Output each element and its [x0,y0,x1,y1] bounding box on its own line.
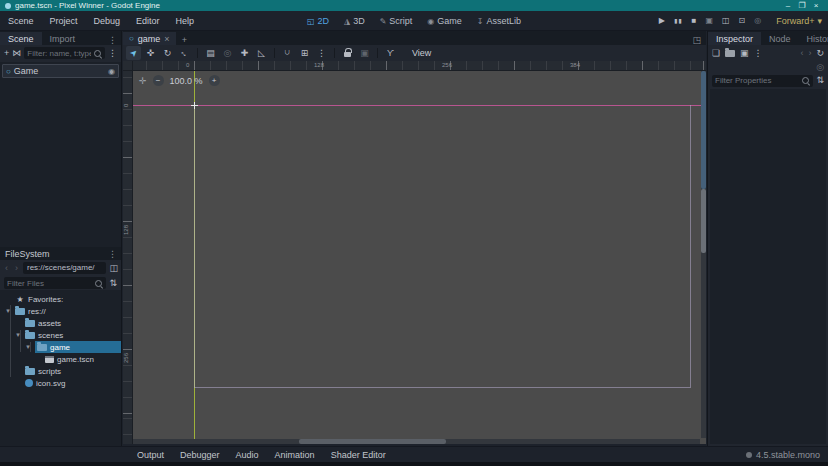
scrollbar-thumb[interactable] [701,189,706,253]
movie-maker-button[interactable]: ◎ [754,17,761,25]
tree-item-game-selected[interactable]: ▾ game [0,341,121,353]
play-scene-button[interactable]: ◫ [722,17,730,25]
bottom-tab-shader-editor[interactable]: Shader Editor [324,450,393,460]
nav-forward-icon[interactable]: › [13,263,20,273]
group-button[interactable]: ▣ [357,46,372,60]
zoom-in-button[interactable]: + [209,75,220,86]
bottom-tab-animation[interactable]: Animation [268,450,322,460]
nav-back-icon[interactable]: ‹ [3,263,10,273]
2d-viewport-canvas[interactable]: ✛ − 100.0 % + [133,71,706,444]
ruler-tool-button[interactable]: ◺ [254,46,269,60]
file-sort-icon[interactable]: ⇅ [109,279,117,288]
bottom-tab-output[interactable]: Output [130,450,171,460]
window-minimize-button[interactable]: – [781,1,795,10]
pin-icon[interactable]: ◎ [816,63,824,72]
rotate-tool-button[interactable]: ↻ [160,46,175,60]
workspace-2d-button[interactable]: ◱ 2D [307,16,329,26]
pause-button[interactable]: ▮▮ [674,18,683,24]
window-close-button[interactable]: × [809,1,823,10]
new-resource-icon[interactable]: ❏ [712,49,720,58]
ruler-label: 0 [123,104,129,107]
instance-scene-button[interactable]: ⋈ [12,49,21,58]
tree-item-game-tscn[interactable]: game.tscn [0,353,121,365]
stop-button[interactable]: ■ [692,17,697,25]
save-resource-icon[interactable]: ▣ [740,49,749,58]
tab-import[interactable]: Import [42,32,84,45]
tab-inspector[interactable]: Inspector [708,32,761,45]
workspace-game-button[interactable]: ◉ Game [427,16,462,26]
inspector-toolbar: ❏ ▣ ⋮ ‹ › ↻ [708,45,828,61]
object-history-icon[interactable]: ↻ [816,49,824,58]
scene-dock-menu-icon[interactable]: ⋮ [104,35,121,45]
visibility-eye-icon[interactable]: ◉ [108,67,115,76]
scene-tab-game[interactable]: ○ game × [123,32,176,45]
new-scene-tab-button[interactable]: + [176,35,193,45]
toggle-split-mode-icon[interactable]: ◫ [109,264,118,273]
property-sort-icon[interactable]: ⇅ [816,76,824,85]
tree-item-res-root[interactable]: ▾ res:// [0,305,121,317]
canvas-area: 0 128 256 384 0 128 256 ✛ − 100.0 % + [123,61,706,444]
move-tool-button[interactable]: ✜ [143,46,158,60]
remote-debug-button[interactable]: ▣ [705,17,713,25]
menu-debug[interactable]: Debug [86,16,129,26]
zoom-out-button[interactable]: − [153,75,164,86]
scene-tree-node-game[interactable]: ○ Game ◉ [2,64,119,78]
tree-item-favorites[interactable]: ★ Favorites: [0,293,121,305]
tree-item-icon-svg[interactable]: icon.svg [0,377,121,389]
play-button[interactable]: ▶ [659,17,665,25]
center-view-icon[interactable]: ✛ [139,76,147,86]
pan-tool-button[interactable]: ✚ [237,46,252,60]
scene-filter-input[interactable] [27,49,91,58]
tree-item-assets[interactable]: assets [0,317,121,329]
scene-filter-box [24,47,105,59]
vertical-scrollbar[interactable] [701,71,706,438]
grid-snap-button[interactable]: ⊞ [297,46,312,60]
history-back-icon[interactable]: ‹ [800,49,803,58]
filesystem-tree[interactable]: ★ Favorites: ▾ res:// assets ▾ scenes ▾ [0,290,121,446]
move-icon: ✜ [147,48,155,58]
scene-filter-menu-icon[interactable]: ⋮ [108,49,117,58]
workspace-script-button[interactable]: ✎ Script [380,16,413,26]
close-icon[interactable]: × [164,34,169,44]
list-select-button[interactable]: ▤ [203,46,218,60]
window-maximize-button[interactable]: ❐ [795,1,809,10]
filesystem-menu-icon[interactable]: ⋮ [104,249,121,259]
current-path[interactable]: res://scenes/game/ [23,262,106,274]
menu-editor[interactable]: Editor [128,16,168,26]
scale-tool-button[interactable]: ↔ [177,46,192,60]
workspace-assetlib-button[interactable]: ↧ AssetLib [477,16,521,26]
lock-button[interactable] [340,46,355,60]
menu-project[interactable]: Project [42,16,86,26]
bottom-tab-audio[interactable]: Audio [229,450,266,460]
zoom-level[interactable]: 100.0 % [170,76,203,86]
bottom-tab-debugger[interactable]: Debugger [173,450,227,460]
history-forward-icon[interactable]: › [808,49,811,58]
view-menu-button[interactable]: View [406,48,437,58]
tab-history[interactable]: History [799,32,828,45]
menu-help[interactable]: Help [168,16,203,26]
horizontal-scrollbar[interactable] [133,439,700,444]
tab-node[interactable]: Node [761,32,799,45]
filesystem-filter-input[interactable] [7,279,92,288]
play-custom-scene-button[interactable]: ⊡ [739,17,746,25]
scene-tree[interactable]: ○ Game ◉ [0,62,121,247]
menu-scene[interactable]: Scene [0,16,42,26]
tree-item-scripts[interactable]: scripts [0,365,121,377]
tab-scene[interactable]: Scene [0,32,42,45]
scrollbar-thumb[interactable] [701,71,706,189]
resource-options-icon[interactable]: ⋮ [754,49,763,58]
add-node-button[interactable]: + [4,49,9,58]
smart-snap-button[interactable]: ∩ [280,46,295,60]
version-info[interactable]: 4.5.stable.mono [746,450,820,460]
snap-options-button[interactable]: ⋮ [314,46,329,60]
workspace-3d-button[interactable]: ◮ 3D [344,16,365,26]
skeleton-options-button[interactable]: Ƴ [383,46,398,60]
scrollbar-thumb[interactable] [299,439,446,444]
property-filter-input[interactable] [715,76,799,85]
pivot-tool-button[interactable]: ◎ [220,46,235,60]
renderer-dropdown[interactable]: Forward+ ▾ [776,16,822,26]
load-resource-icon[interactable] [725,50,735,57]
select-tool-button[interactable]: ➤ [126,46,141,60]
tree-item-scenes[interactable]: ▾ scenes [0,329,121,341]
expand-viewport-icon[interactable]: ◳ [687,35,706,45]
